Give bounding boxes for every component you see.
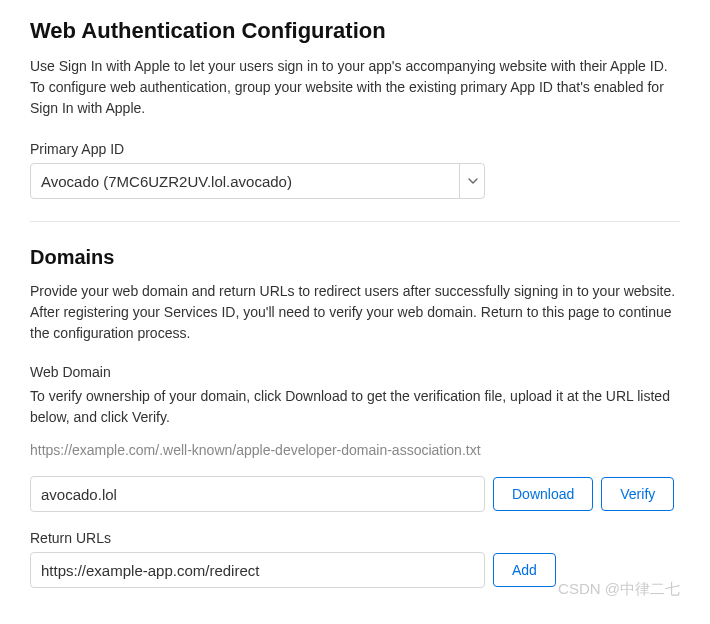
web-domain-sublabel: To verify ownership of your domain, clic… xyxy=(30,386,680,428)
page-title: Web Authentication Configuration xyxy=(30,18,680,44)
web-domain-label: Web Domain xyxy=(30,364,680,380)
domains-heading: Domains xyxy=(30,246,680,269)
divider xyxy=(30,221,680,222)
primary-app-id-select[interactable]: Avocado (7MC6UZR2UV.lol.avocado) xyxy=(30,163,485,199)
verification-path-hint: https://example.com/.well-known/apple-de… xyxy=(30,442,680,458)
web-domain-input[interactable] xyxy=(30,476,485,512)
verify-button[interactable]: Verify xyxy=(601,477,674,511)
intro-text: Use Sign In with Apple to let your users… xyxy=(30,56,680,119)
primary-app-id-value: Avocado (7MC6UZR2UV.lol.avocado) xyxy=(41,173,292,190)
return-urls-label: Return URLs xyxy=(30,530,680,546)
download-button[interactable]: Download xyxy=(493,477,593,511)
domains-intro: Provide your web domain and return URLs … xyxy=(30,281,680,344)
add-button[interactable]: Add xyxy=(493,553,556,587)
primary-app-id-label: Primary App ID xyxy=(30,141,680,157)
return-urls-input[interactable] xyxy=(30,552,485,588)
